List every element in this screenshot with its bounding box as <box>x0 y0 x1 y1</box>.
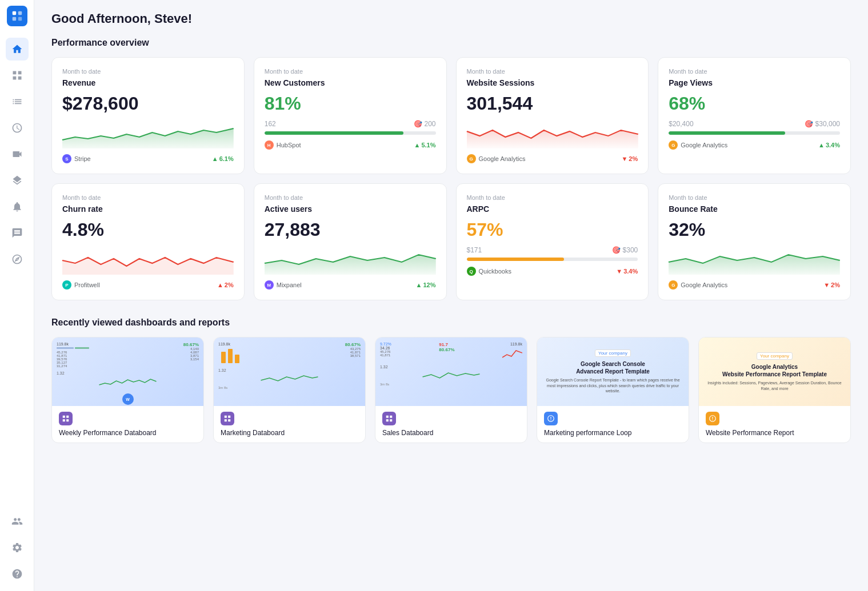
metric-label: Month to date <box>669 194 840 201</box>
metric-progress-row: $20,400 🎯 $30,000 <box>669 120 840 128</box>
metric-footer: G Google Analytics ▼2% <box>467 154 638 163</box>
metric-footer: P Profitwell ▲2% <box>62 280 234 290</box>
sidebar-item-layers[interactable] <box>6 169 29 192</box>
source-icon: G <box>467 154 476 163</box>
metric-card-active-users: Month to date Active users 27,883 <box>254 183 447 300</box>
metric-card-revenue: Month to date Revenue $278,600 <box>51 57 245 174</box>
dashboard-thumbnail: 119.8k 80.67% 43,275 41,871 <box>214 337 365 406</box>
dashboard-thumbnail: Your company Google AnalyticsWebsite Per… <box>699 337 850 406</box>
metric-label: Month to date <box>467 194 638 201</box>
source-icon: S <box>62 154 71 163</box>
metric-chart-active-users <box>265 246 436 275</box>
metric-title: Website Sessions <box>467 78 638 87</box>
performance-overview-section: Performance overview Month to date Reven… <box>51 38 851 300</box>
dashboard-footer: Marketing Databoard <box>214 406 365 443</box>
sidebar-item-bell[interactable] <box>6 195 29 218</box>
metric-source: M Mixpanel <box>265 280 302 290</box>
dashboard-thumbnail: 119.8k 45,276 41,871 39,576 35,127 31,27… <box>52 337 203 406</box>
dashboard-name: Weekly Performance Databoard <box>59 429 197 437</box>
svg-rect-6 <box>235 355 239 363</box>
metric-source: S Stripe <box>62 154 91 163</box>
metric-value: 4.8% <box>62 219 234 240</box>
source-icon: G <box>669 280 678 290</box>
metric-card-new-customers: Month to date New Customers 81% 162 🎯 20… <box>254 57 447 174</box>
metric-value: 301,544 <box>467 93 638 114</box>
metric-progress-fill <box>467 258 565 261</box>
greeting: Good Afternoon, Steve! <box>51 11 851 26</box>
metric-change: ▲12% <box>416 282 436 288</box>
dashboard-card-weekly[interactable]: 119.8k 45,276 41,871 39,576 35,127 31,27… <box>51 337 204 443</box>
dashboard-card-marketing[interactable]: 119.8k 80.67% 43,275 41,871 <box>213 337 366 443</box>
dashboard-thumbnail: 9.72% 34.26 45,276 41,871 91.7 80.67% 11… <box>375 337 527 406</box>
dashboard-footer: Sales Databoard <box>375 406 527 443</box>
metric-title: Revenue <box>62 78 234 87</box>
svg-rect-0 <box>12 11 15 15</box>
metric-footer: Q Quickbooks ▼3.4% <box>467 267 638 276</box>
metric-chart-sessions <box>467 120 638 148</box>
source-icon: H <box>265 140 274 150</box>
metric-footer: G Google Analytics ▼2% <box>669 280 840 290</box>
metric-progress-row: $171 🎯 $300 <box>467 246 638 254</box>
metric-card-page-views: Month to date Page Views 68% $20,400 🎯 $… <box>658 57 851 174</box>
metric-change: ▲5.1% <box>414 142 436 148</box>
dashboard-thumbnail: Your company Google Search ConsoleAdvanc… <box>537 337 689 406</box>
metrics-grid: Month to date Revenue $278,600 <box>51 57 851 300</box>
dashboard-card-sales[interactable]: 9.72% 34.26 45,276 41,871 91.7 80.67% 11… <box>375 337 527 443</box>
metric-footer: M Mixpanel ▲12% <box>265 280 436 290</box>
sidebar-item-settings[interactable] <box>6 536 29 559</box>
dashboard-name: Website Performance Report <box>706 429 843 437</box>
metric-card-website-sessions: Month to date Website Sessions 301,544 <box>456 57 649 174</box>
svg-rect-3 <box>18 17 21 21</box>
svg-rect-2 <box>12 17 15 21</box>
metric-label: Month to date <box>467 68 638 75</box>
sidebar-item-compass[interactable] <box>6 248 29 271</box>
metric-title: Page Views <box>669 78 840 87</box>
dashboard-card-google-search[interactable]: Your company Google Search ConsoleAdvanc… <box>537 337 689 443</box>
metric-change: ▲2% <box>217 282 234 288</box>
metric-change: ▼3.4% <box>616 268 638 275</box>
sidebar-item-chat[interactable] <box>6 222 29 244</box>
metric-label: Month to date <box>62 68 234 75</box>
metric-change: ▲6.1% <box>212 155 234 162</box>
source-icon: P <box>62 280 71 290</box>
metric-source: G Google Analytics <box>669 140 727 150</box>
sidebar-item-home[interactable] <box>6 38 29 61</box>
metric-value: 32% <box>669 219 840 240</box>
dashboard-name: Sales Databoard <box>382 429 520 437</box>
sidebar-item-chart[interactable] <box>6 90 29 113</box>
metric-chart-revenue <box>62 120 234 148</box>
dashboard-card-ga-performance[interactable]: Your company Google AnalyticsWebsite Per… <box>698 337 851 443</box>
dashboard-name: Marketing Databoard <box>221 429 358 437</box>
metric-card-bounce-rate: Month to date Bounce Rate 32% <box>658 183 851 300</box>
sidebar-item-clock[interactable] <box>6 116 29 139</box>
dashboard-icon <box>59 412 73 425</box>
metric-value: 68% <box>669 93 840 114</box>
metric-footer: S Stripe ▲6.1% <box>62 154 234 163</box>
dashboard-icon <box>382 412 396 425</box>
dashboard-icon <box>544 412 558 425</box>
metric-progress-row: 162 🎯 200 <box>265 120 436 128</box>
metric-card-arpc: Month to date ARPC 57% $171 🎯 $300 Q Qui… <box>456 183 649 300</box>
sidebar <box>0 0 34 591</box>
recently-viewed-title: Recently viewed dashboards and reports <box>51 317 851 328</box>
svg-rect-5 <box>228 349 233 363</box>
svg-rect-1 <box>18 11 21 15</box>
metric-title: Churn rate <box>62 204 234 214</box>
metric-change: ▼2% <box>621 155 638 162</box>
metric-footer: G Google Analytics ▲3.4% <box>669 140 840 150</box>
metric-chart-churn <box>62 246 234 275</box>
source-icon: Q <box>467 267 476 276</box>
dashboards-grid: 119.8k 45,276 41,871 39,576 35,127 31,27… <box>51 337 851 443</box>
metric-label: Month to date <box>62 194 234 201</box>
metric-source: G Google Analytics <box>669 280 727 290</box>
sidebar-item-team[interactable] <box>6 510 29 533</box>
metric-value: 57% <box>467 219 638 240</box>
metric-source: Q Quickbooks <box>467 267 511 276</box>
dashboard-footer: Weekly Performance Databoard <box>52 406 203 443</box>
sidebar-item-video[interactable] <box>6 143 29 166</box>
metric-label: Month to date <box>265 194 436 201</box>
sidebar-item-grid[interactable] <box>6 64 29 87</box>
source-icon: M <box>265 280 274 290</box>
dashboard-footer: Website Performance Report <box>699 406 850 443</box>
sidebar-item-help[interactable] <box>6 562 29 585</box>
